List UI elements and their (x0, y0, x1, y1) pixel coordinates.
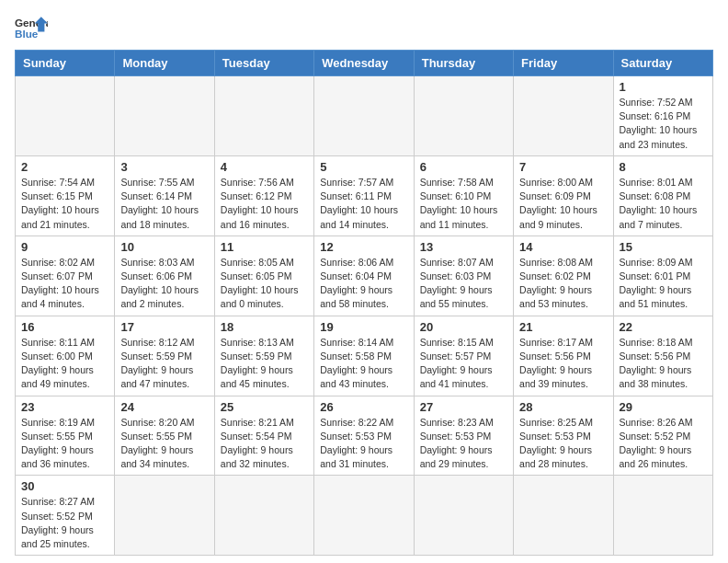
calendar-week-row: 1Sunrise: 7:52 AM Sunset: 6:16 PM Daylig… (16, 76, 713, 156)
day-number: 18 (221, 320, 308, 334)
day-info: Sunrise: 8:15 AM Sunset: 5:57 PM Dayligh… (420, 336, 507, 392)
day-info: Sunrise: 8:21 AM Sunset: 5:54 PM Dayligh… (221, 416, 308, 472)
weekday-header-wednesday: Wednesday (314, 51, 414, 76)
calendar-day-cell: 19Sunrise: 8:14 AM Sunset: 5:58 PM Dayli… (314, 316, 414, 396)
day-info: Sunrise: 8:23 AM Sunset: 5:53 PM Dayligh… (420, 416, 507, 472)
day-number: 15 (620, 240, 707, 254)
day-info: Sunrise: 7:52 AM Sunset: 6:16 PM Dayligh… (620, 96, 707, 152)
calendar-day-cell (514, 76, 613, 156)
day-number: 27 (420, 400, 507, 414)
day-number: 19 (320, 320, 407, 334)
day-info: Sunrise: 8:02 AM Sunset: 6:07 PM Dayligh… (21, 256, 108, 312)
day-info: Sunrise: 8:06 AM Sunset: 6:04 PM Dayligh… (320, 256, 407, 312)
day-number: 1 (620, 80, 707, 94)
day-number: 12 (320, 240, 407, 254)
day-info: Sunrise: 7:57 AM Sunset: 6:11 PM Dayligh… (320, 176, 407, 232)
calendar-week-row: 16Sunrise: 8:11 AM Sunset: 6:00 PM Dayli… (16, 316, 713, 396)
svg-text:Blue: Blue (15, 28, 39, 40)
calendar-day-cell: 4Sunrise: 7:56 AM Sunset: 6:12 PM Daylig… (214, 155, 313, 236)
day-info: Sunrise: 8:00 AM Sunset: 6:09 PM Dayligh… (519, 176, 607, 232)
calendar-day-cell: 7Sunrise: 8:00 AM Sunset: 6:09 PM Daylig… (514, 155, 613, 236)
day-info: Sunrise: 8:12 AM Sunset: 5:59 PM Dayligh… (120, 336, 208, 392)
logo: General Blue (15, 15, 48, 40)
day-number: 8 (620, 160, 707, 174)
day-number: 29 (620, 400, 707, 414)
day-number: 26 (320, 400, 407, 414)
day-info: Sunrise: 7:54 AM Sunset: 6:15 PM Dayligh… (21, 176, 108, 232)
page-header: General Blue (15, 15, 713, 40)
calendar-day-cell: 15Sunrise: 8:09 AM Sunset: 6:01 PM Dayli… (613, 236, 712, 316)
day-info: Sunrise: 8:03 AM Sunset: 6:06 PM Dayligh… (120, 256, 208, 312)
calendar-day-cell: 27Sunrise: 8:23 AM Sunset: 5:53 PM Dayli… (414, 396, 513, 476)
day-number: 17 (120, 320, 208, 334)
calendar-week-row: 30Sunrise: 8:27 AM Sunset: 5:52 PM Dayli… (16, 476, 713, 556)
day-number: 22 (620, 320, 707, 334)
day-number: 13 (420, 240, 507, 254)
calendar-day-cell: 3Sunrise: 7:55 AM Sunset: 6:14 PM Daylig… (115, 155, 214, 236)
calendar-day-cell: 6Sunrise: 7:58 AM Sunset: 6:10 PM Daylig… (414, 155, 513, 236)
day-info: Sunrise: 8:08 AM Sunset: 6:02 PM Dayligh… (519, 256, 607, 312)
day-number: 10 (120, 240, 208, 254)
calendar-day-cell: 2Sunrise: 7:54 AM Sunset: 6:15 PM Daylig… (16, 155, 115, 236)
day-info: Sunrise: 7:56 AM Sunset: 6:12 PM Dayligh… (221, 176, 308, 232)
calendar-day-cell: 24Sunrise: 8:20 AM Sunset: 5:55 PM Dayli… (115, 396, 214, 476)
day-info: Sunrise: 8:19 AM Sunset: 5:55 PM Dayligh… (21, 416, 108, 472)
day-number: 16 (21, 320, 108, 334)
calendar-day-cell (414, 476, 513, 556)
weekday-header-tuesday: Tuesday (214, 51, 313, 76)
calendar-day-cell (314, 76, 414, 156)
calendar-day-cell (613, 476, 712, 556)
day-info: Sunrise: 8:11 AM Sunset: 6:00 PM Dayligh… (21, 336, 108, 392)
calendar-day-cell: 16Sunrise: 8:11 AM Sunset: 6:00 PM Dayli… (16, 316, 115, 396)
calendar-day-cell (514, 476, 613, 556)
day-number: 6 (420, 160, 507, 174)
day-number: 28 (519, 400, 607, 414)
calendar-header-row: SundayMondayTuesdayWednesdayThursdayFrid… (16, 51, 713, 76)
day-info: Sunrise: 8:26 AM Sunset: 5:52 PM Dayligh… (620, 416, 707, 472)
day-number: 4 (221, 160, 308, 174)
calendar-day-cell (214, 76, 313, 156)
day-number: 3 (120, 160, 208, 174)
calendar-day-cell: 23Sunrise: 8:19 AM Sunset: 5:55 PM Dayli… (16, 396, 115, 476)
calendar-day-cell: 9Sunrise: 8:02 AM Sunset: 6:07 PM Daylig… (16, 236, 115, 316)
day-info: Sunrise: 8:01 AM Sunset: 6:08 PM Dayligh… (620, 176, 707, 232)
day-number: 30 (21, 479, 108, 493)
calendar-day-cell (214, 476, 313, 556)
day-info: Sunrise: 8:18 AM Sunset: 5:56 PM Dayligh… (620, 336, 707, 392)
day-info: Sunrise: 8:27 AM Sunset: 5:52 PM Dayligh… (21, 495, 108, 551)
day-info: Sunrise: 8:20 AM Sunset: 5:55 PM Dayligh… (120, 416, 208, 472)
calendar-day-cell: 22Sunrise: 8:18 AM Sunset: 5:56 PM Dayli… (613, 316, 712, 396)
day-info: Sunrise: 8:05 AM Sunset: 6:05 PM Dayligh… (221, 256, 308, 312)
day-number: 5 (320, 160, 407, 174)
day-number: 21 (519, 320, 607, 334)
calendar-day-cell: 28Sunrise: 8:25 AM Sunset: 5:53 PM Dayli… (514, 396, 613, 476)
calendar-day-cell: 14Sunrise: 8:08 AM Sunset: 6:02 PM Dayli… (514, 236, 613, 316)
weekday-header-saturday: Saturday (613, 51, 712, 76)
day-number: 11 (221, 240, 308, 254)
weekday-header-thursday: Thursday (414, 51, 513, 76)
calendar-week-row: 9Sunrise: 8:02 AM Sunset: 6:07 PM Daylig… (16, 236, 713, 316)
day-number: 23 (21, 400, 108, 414)
day-info: Sunrise: 8:13 AM Sunset: 5:59 PM Dayligh… (221, 336, 308, 392)
day-number: 25 (221, 400, 308, 414)
day-info: Sunrise: 8:17 AM Sunset: 5:56 PM Dayligh… (519, 336, 607, 392)
day-info: Sunrise: 8:14 AM Sunset: 5:58 PM Dayligh… (320, 336, 407, 392)
calendar-day-cell: 25Sunrise: 8:21 AM Sunset: 5:54 PM Dayli… (214, 396, 313, 476)
calendar-day-cell: 17Sunrise: 8:12 AM Sunset: 5:59 PM Dayli… (115, 316, 214, 396)
day-number: 20 (420, 320, 507, 334)
day-info: Sunrise: 8:25 AM Sunset: 5:53 PM Dayligh… (519, 416, 607, 472)
day-info: Sunrise: 8:09 AM Sunset: 6:01 PM Dayligh… (620, 256, 707, 312)
day-info: Sunrise: 7:58 AM Sunset: 6:10 PM Dayligh… (420, 176, 507, 232)
calendar-day-cell: 5Sunrise: 7:57 AM Sunset: 6:11 PM Daylig… (314, 155, 414, 236)
calendar-table: SundayMondayTuesdayWednesdayThursdayFrid… (15, 50, 713, 556)
day-number: 2 (21, 160, 108, 174)
calendar-day-cell: 26Sunrise: 8:22 AM Sunset: 5:53 PM Dayli… (314, 396, 414, 476)
calendar-day-cell: 8Sunrise: 8:01 AM Sunset: 6:08 PM Daylig… (613, 155, 712, 236)
day-number: 9 (21, 240, 108, 254)
calendar-day-cell: 29Sunrise: 8:26 AM Sunset: 5:52 PM Dayli… (613, 396, 712, 476)
calendar-day-cell: 11Sunrise: 8:05 AM Sunset: 6:05 PM Dayli… (214, 236, 313, 316)
calendar-day-cell: 18Sunrise: 8:13 AM Sunset: 5:59 PM Dayli… (214, 316, 313, 396)
calendar-day-cell: 10Sunrise: 8:03 AM Sunset: 6:06 PM Dayli… (115, 236, 214, 316)
calendar-week-row: 2Sunrise: 7:54 AM Sunset: 6:15 PM Daylig… (16, 155, 713, 236)
weekday-header-monday: Monday (115, 51, 214, 76)
